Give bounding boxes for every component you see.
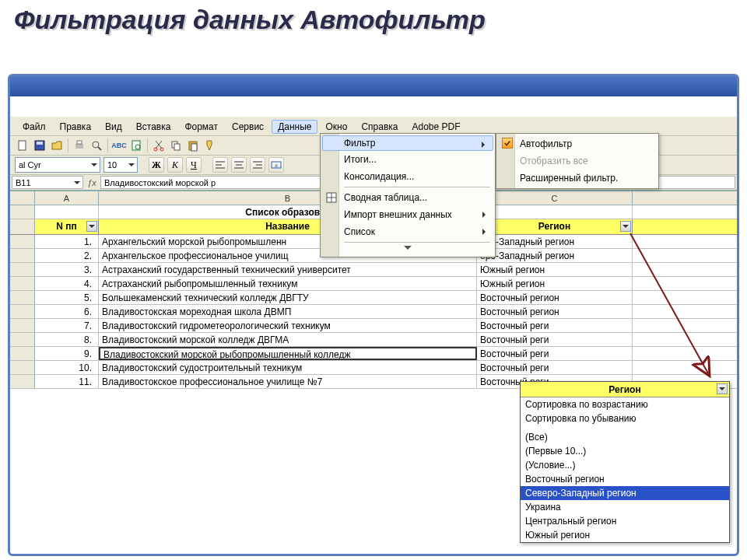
cell-region[interactable]: Восточный реги: [477, 333, 633, 346]
cell-name[interactable]: Астраханский государственный технический…: [99, 263, 477, 276]
cell-region[interactable]: Восточный регион: [477, 291, 633, 304]
af-opt-ukraine[interactable]: Украина: [521, 500, 729, 514]
cell-region[interactable]: Восточный реги: [477, 361, 633, 374]
cell-n[interactable]: 4.: [35, 277, 99, 290]
research-icon[interactable]: [128, 138, 144, 153]
submenu-autofilter[interactable]: Автофильтр: [498, 135, 657, 152]
cell-name[interactable]: Владивостокский морской колледж ДВГМА: [99, 333, 477, 346]
af-sort-desc[interactable]: Сортировка по убыванию: [521, 411, 729, 425]
cell-n[interactable]: 6.: [35, 305, 99, 318]
new-doc-icon[interactable]: [15, 138, 30, 153]
cell-n[interactable]: 7.: [35, 319, 99, 332]
table-row: 7.Владивостокский гидрометеорологический…: [10, 319, 737, 333]
merge-center-icon[interactable]: a: [268, 157, 284, 173]
fx-icon[interactable]: ƒx: [85, 175, 99, 190]
font-size-dropdown[interactable]: 10: [103, 157, 138, 173]
col-header-C[interactable]: C: [477, 191, 633, 205]
align-left-icon[interactable]: [212, 157, 228, 173]
align-right-icon[interactable]: [250, 157, 265, 173]
cell-region[interactable]: еро-Западный регион: [477, 249, 633, 262]
menu-adobe-pdf[interactable]: Adobe PDF: [405, 120, 466, 134]
italic-button[interactable]: К: [167, 157, 183, 173]
svg-point-5: [93, 142, 99, 148]
autofilter-list: Сортировка по возрастанию Сортировка по …: [521, 397, 729, 542]
menu-item-subtotals[interactable]: Итоги...: [322, 151, 493, 168]
autofilter-header-arrow[interactable]: [717, 383, 728, 394]
cell-n[interactable]: 8.: [35, 333, 99, 346]
autofilter-popup: Регион Сортировка по возрастанию Сортиро…: [520, 381, 730, 543]
filter-arrow-n[interactable]: [86, 221, 97, 232]
af-sort-asc[interactable]: Сортировка по возрастанию: [521, 397, 729, 411]
menu-item-pivot[interactable]: Сводная таблица...: [322, 189, 493, 206]
cell-name[interactable]: Владивостокский морской рыбопромышленный…: [99, 347, 477, 360]
cut-icon[interactable]: [151, 138, 167, 153]
cell-n[interactable]: 11.: [35, 375, 99, 388]
header-region: Регион: [477, 219, 633, 234]
cell-name[interactable]: Большекаменский технический колледж ДВГТ…: [99, 291, 477, 304]
cell-name[interactable]: Владивостокский гидрометеорологический т…: [99, 319, 477, 332]
cell-name[interactable]: Владивостокский судостроительный технику…: [99, 361, 477, 374]
menu-file[interactable]: Файл: [16, 120, 52, 134]
col-header-A[interactable]: A: [35, 191, 99, 205]
preview-icon[interactable]: [89, 138, 104, 153]
cell-region[interactable]: еро-Западный регион: [477, 235, 633, 248]
cell-n[interactable]: 5.: [35, 291, 99, 304]
af-opt-northwest[interactable]: Северо-Западный регион: [521, 486, 729, 500]
copy-icon[interactable]: [168, 138, 184, 153]
cell-name[interactable]: Владивостокская мореходная школа ДВМП: [99, 305, 477, 318]
menu-item-filter[interactable]: Фильтр: [322, 135, 493, 151]
print-icon[interactable]: [72, 138, 87, 153]
svg-rect-3: [75, 144, 83, 149]
format-painter-icon[interactable]: [202, 138, 218, 153]
cell-region[interactable]: Восточный реги: [477, 347, 633, 360]
af-opt-central[interactable]: Центральный регион: [521, 514, 729, 528]
header-n: N пп: [35, 219, 99, 234]
bold-button[interactable]: Ж: [149, 157, 164, 173]
font-name-dropdown[interactable]: al Cyr: [15, 157, 100, 173]
filter-arrow-region[interactable]: [620, 221, 631, 232]
menu-item-consolidate[interactable]: Консолидация...: [322, 168, 493, 185]
menu-window[interactable]: Окно: [319, 120, 353, 134]
cell-n[interactable]: 1.: [35, 235, 99, 248]
menu-expand-chevron[interactable]: [322, 244, 493, 255]
save-icon[interactable]: [32, 138, 47, 153]
cell-n[interactable]: 2.: [35, 249, 99, 262]
cell-name[interactable]: Владивостокское профессиональное училище…: [99, 375, 477, 388]
cell-n[interactable]: 3.: [35, 263, 99, 276]
af-opt-south[interactable]: Южный регион: [521, 528, 729, 542]
cell-region[interactable]: Южный регион: [477, 263, 633, 276]
open-icon[interactable]: [49, 138, 65, 153]
menu-data[interactable]: Данные: [272, 120, 317, 134]
name-box[interactable]: B11: [12, 176, 83, 189]
table-row: 10.Владивостокский судостроительный техн…: [10, 361, 737, 375]
autofilter-header: Регион: [521, 382, 729, 397]
submenu-show-all: Отобразить все: [498, 152, 657, 170]
svg-line-6: [98, 147, 101, 150]
menu-item-list[interactable]: Список: [322, 223, 493, 240]
cell-name[interactable]: Астраханский рыбопромышленный техникум: [99, 277, 477, 290]
table-row: 3.Астраханский государственный техническ…: [10, 263, 737, 277]
af-top10[interactable]: (Первые 10...): [521, 444, 729, 458]
menu-edit[interactable]: Правка: [54, 120, 98, 134]
menu-view[interactable]: Вид: [99, 120, 128, 134]
af-custom[interactable]: (Условие...): [521, 458, 729, 472]
underline-button[interactable]: Ч: [186, 157, 202, 173]
cell-region[interactable]: Южный регион: [477, 277, 633, 290]
af-all[interactable]: (Все): [521, 430, 729, 444]
cell-region[interactable]: Восточный регион: [477, 305, 633, 318]
menu-format[interactable]: Формат: [178, 120, 224, 134]
menu-insert[interactable]: Вставка: [130, 120, 177, 134]
submenu-advanced-filter[interactable]: Расширенный фильтр.: [498, 170, 657, 187]
af-opt-east[interactable]: Восточный регион: [521, 472, 729, 486]
cell-n[interactable]: 9.: [35, 347, 99, 360]
spellcheck-icon[interactable]: ABC: [111, 138, 127, 153]
cell-region[interactable]: Восточный реги: [477, 319, 633, 332]
menu-tools[interactable]: Сервис: [226, 120, 270, 134]
filter-submenu: Автофильтр Отобразить все Расширенный фи…: [496, 133, 659, 189]
align-center-icon[interactable]: [231, 157, 247, 173]
menu-help[interactable]: Справка: [355, 120, 404, 134]
paste-icon[interactable]: [185, 138, 201, 153]
menu-item-import-external[interactable]: Импорт внешних данных: [322, 206, 493, 223]
table-row: 4.Астраханский рыбопромышленный техникум…: [10, 277, 737, 291]
cell-n[interactable]: 10.: [35, 361, 99, 374]
